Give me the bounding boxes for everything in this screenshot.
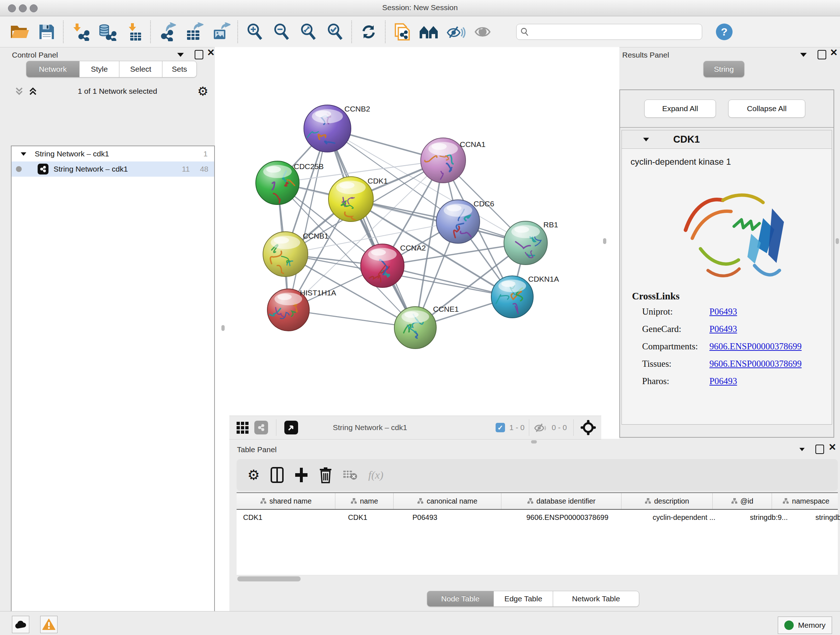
first-neighbors-button[interactable] xyxy=(416,19,442,44)
tab-select[interactable]: Select xyxy=(119,61,163,78)
network-node-CDK1[interactable] xyxy=(328,177,373,222)
memory-button[interactable]: Memory xyxy=(778,616,832,634)
tab-string[interactable]: String xyxy=(703,61,745,78)
collapse-all-button[interactable]: Collapse All xyxy=(728,100,805,118)
crosslink-tissues[interactable]: 9606.ENSP00000378699 xyxy=(709,359,802,376)
delete-table-icon[interactable] xyxy=(343,469,357,481)
cloud-status-button[interactable] xyxy=(12,616,29,633)
control-panel-menu-icon[interactable] xyxy=(177,53,184,57)
table-panel-menu-icon[interactable] xyxy=(799,448,805,451)
duplicate-network-button[interactable] xyxy=(389,19,416,44)
export-table-button[interactable] xyxy=(181,19,208,44)
left-splitter-handle[interactable] xyxy=(221,325,225,331)
column-header-canonical-name[interactable]: canonical name xyxy=(393,493,501,509)
results-panel-float-icon[interactable] xyxy=(818,50,826,59)
selected-nodes-checkbox[interactable]: ✓ xyxy=(496,423,505,432)
tab-style[interactable]: Style xyxy=(80,61,119,78)
refresh-icon xyxy=(360,23,377,41)
help-button[interactable]: ? xyxy=(716,24,733,40)
network-canvas[interactable]: CCNB2CCNA1CDC25BCDK1CDC6RB1CCNB1CCNA2CDK… xyxy=(229,47,601,416)
network-graph[interactable]: CCNB2CCNA1CDC25BCDK1CDC6RB1CCNB1CCNA2CDK… xyxy=(229,47,601,416)
network-node-CDC25B[interactable] xyxy=(256,161,299,208)
application-window: Session: New Session xyxy=(0,0,840,635)
network-node-CDC6[interactable] xyxy=(436,200,480,243)
show-all-button[interactable] xyxy=(469,19,496,44)
show-columns-icon[interactable] xyxy=(271,467,284,483)
zoom-out-button[interactable] xyxy=(268,19,295,44)
crosslink-uniprot[interactable]: P06493 xyxy=(709,307,737,324)
zoom-fit-button[interactable] xyxy=(295,19,322,44)
network-node-RB1[interactable] xyxy=(504,221,547,264)
tab-node-table[interactable]: Node Table xyxy=(427,591,494,607)
table-options-gear-icon[interactable]: ⚙ xyxy=(248,469,260,481)
open-session-button[interactable] xyxy=(6,19,33,44)
table-row[interactable]: CDK1 CDK1 P06493 9606.ENSP00000378699 cy… xyxy=(237,510,838,525)
warning-icon xyxy=(42,619,55,630)
column-header-id[interactable]: @id xyxy=(713,493,772,509)
column-header-description[interactable]: description xyxy=(622,493,713,509)
table-panel-close-icon[interactable]: ✕ xyxy=(829,443,836,451)
warning-status-button[interactable] xyxy=(40,616,57,633)
collection-expand-icon[interactable] xyxy=(21,152,26,155)
add-column-icon[interactable] xyxy=(294,467,308,483)
column-type-icon xyxy=(527,498,534,504)
network-row[interactable]: String Network – cdk1 11 48 xyxy=(11,162,214,177)
export-network-button[interactable] xyxy=(154,19,181,44)
network-node-CCNA1[interactable] xyxy=(421,138,466,183)
tab-network-table[interactable]: Network Table xyxy=(553,591,639,607)
control-panel-float-icon[interactable] xyxy=(195,50,203,59)
protein-section-header[interactable]: CDK1 xyxy=(622,130,832,149)
network-node-CCNB2[interactable] xyxy=(304,105,351,152)
network-node-CCNE1[interactable] xyxy=(394,307,436,348)
crosslink-compartments[interactable]: 9606.ENSP00000378699 xyxy=(709,341,802,359)
scrollbar-thumb[interactable] xyxy=(237,576,301,581)
column-header-name[interactable]: name xyxy=(335,493,393,509)
collapse-all-chevron-icon[interactable] xyxy=(28,87,38,96)
table-horizontal-scrollbar[interactable] xyxy=(237,575,838,582)
zoom-in-button[interactable] xyxy=(241,19,268,44)
network-options-gear-icon[interactable]: ⚙ xyxy=(197,85,208,97)
toolbar-separator xyxy=(237,21,238,43)
network-node-CCNB1[interactable] xyxy=(263,232,308,277)
refresh-layout-button[interactable] xyxy=(355,19,382,44)
search-box[interactable] xyxy=(516,24,702,40)
function-builder-icon[interactable]: f(x) xyxy=(368,469,384,481)
network-collection-row[interactable]: String Network – cdk1 1 xyxy=(11,146,214,162)
tab-sets[interactable]: Sets xyxy=(163,61,197,78)
network-selection-status: 1 of 1 Network selected xyxy=(38,87,197,96)
results-panel-menu-icon[interactable] xyxy=(800,53,807,57)
zoom-selected-button[interactable] xyxy=(322,19,348,44)
grid-view-icon[interactable] xyxy=(237,422,248,434)
crosslink-pharos[interactable]: P06493 xyxy=(709,376,737,394)
tab-edge-table[interactable]: Edge Table xyxy=(494,591,553,607)
column-header-database-identifier[interactable]: database identifier xyxy=(501,493,622,509)
birds-eye-view-icon[interactable] xyxy=(284,421,298,434)
delete-column-icon[interactable] xyxy=(319,467,332,483)
search-input[interactable] xyxy=(532,27,698,36)
expand-all-button[interactable]: Expand All xyxy=(644,100,716,118)
network-edge xyxy=(327,128,415,328)
save-session-button[interactable] xyxy=(33,19,60,44)
import-network-database-button[interactable] xyxy=(94,19,120,44)
duplicate-network-icon xyxy=(394,22,411,41)
control-panel: Control Panel ✕ Network Style Select Set… xyxy=(0,47,215,611)
network-node-CDKN1A[interactable] xyxy=(491,276,533,318)
table-panel-float-icon[interactable] xyxy=(815,445,824,454)
crosslink-genecard[interactable]: P06493 xyxy=(709,324,737,341)
network-node-CCNA2[interactable] xyxy=(361,244,404,287)
import-table-file-button[interactable] xyxy=(120,19,147,44)
crosshair-icon[interactable] xyxy=(580,420,596,435)
hide-selected-button[interactable] xyxy=(442,19,469,44)
column-header-shared-name[interactable]: shared name xyxy=(237,493,335,509)
right-splitter-handle[interactable] xyxy=(603,238,606,244)
protein-collapse-icon[interactable] xyxy=(643,138,649,141)
column-header-namespace[interactable]: namespace xyxy=(772,493,840,509)
tab-network[interactable]: Network xyxy=(26,61,80,78)
results-panel-close-icon[interactable]: ✕ xyxy=(830,49,838,57)
network-share-icon[interactable] xyxy=(254,421,268,434)
eye-icon xyxy=(474,24,491,40)
control-panel-close-icon[interactable]: ✕ xyxy=(207,49,215,57)
import-network-file-button[interactable] xyxy=(67,19,94,44)
export-image-button[interactable] xyxy=(208,19,234,44)
expand-all-chevron-icon[interactable] xyxy=(14,87,24,96)
